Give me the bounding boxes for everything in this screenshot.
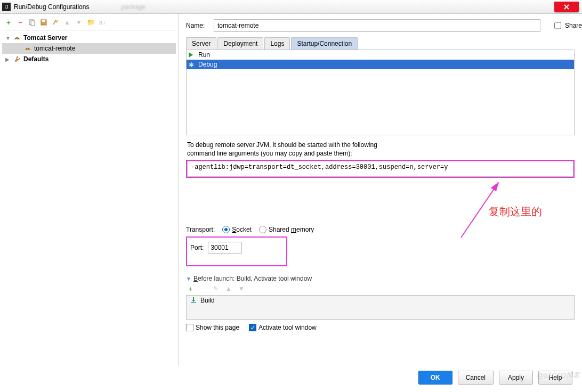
radio-label: Socket: [232, 226, 252, 233]
tab-startup-connection[interactable]: Startup/Connection: [291, 37, 358, 50]
port-label: Port:: [190, 244, 204, 251]
move-down-icon[interactable]: ▼: [75, 18, 83, 27]
name-label: Name:: [186, 22, 208, 29]
tab-bar: Server Deployment Logs Startup/Connectio…: [186, 37, 575, 50]
tab-deployment[interactable]: Deployment: [217, 37, 263, 50]
share-label: Share: [565, 22, 582, 29]
jvm-args-text[interactable]: -agentlib:jdwp=transport=dt_socket,addre…: [187, 161, 573, 177]
before-launch-toolbar: ＋ － ✎ ▲ ▼: [186, 282, 575, 295]
port-input[interactable]: [208, 242, 242, 254]
hint-line1: To debug remote server JVM, it should be…: [187, 141, 573, 149]
config-tree[interactable]: ▼ Tomcat Server tomcat-remote ▶ Defaults: [2, 30, 176, 64]
svg-point-6: [26, 48, 27, 50]
tomcat-icon: [13, 34, 21, 42]
collapse-icon[interactable]: ▼: [186, 276, 191, 282]
footer-options: Show this page ✓ Activate tool window: [186, 324, 575, 331]
name-input[interactable]: [214, 19, 540, 32]
checkbox-show-this-page[interactable]: Show this page: [186, 324, 239, 331]
before-launch-list[interactable]: Build: [186, 295, 575, 320]
list-item-debug[interactable]: ✱ Debug: [187, 60, 574, 69]
run-icon: [189, 52, 195, 58]
cancel-button[interactable]: Cancel: [458, 371, 494, 385]
checkbox-label: Activate tool window: [258, 324, 317, 331]
svg-point-5: [18, 38, 19, 39]
window-title: Run/Debug Configurations: [14, 3, 89, 11]
remove-task-icon[interactable]: －: [199, 284, 207, 293]
list-item-run[interactable]: Run: [187, 50, 574, 60]
move-down-icon[interactable]: ▼: [237, 284, 246, 293]
tree-node-defaults[interactable]: ▶ Defaults: [2, 54, 176, 64]
debug-icon: ✱: [189, 61, 195, 68]
svg-rect-10: [191, 302, 196, 303]
checkbox-box-icon: ✓: [249, 324, 256, 331]
hint-line2: command line arguments (you may copy and…: [187, 149, 573, 158]
watermark: @51CTO博客: [537, 371, 580, 380]
config-details: Name: Share Server Deployment Logs Start…: [179, 14, 582, 365]
app-icon: IJ: [2, 3, 11, 11]
move-up-icon[interactable]: ▲: [224, 284, 233, 293]
list-label: Run: [198, 51, 210, 59]
tab-server[interactable]: Server: [186, 37, 216, 50]
copy-icon[interactable]: [28, 18, 36, 27]
port-highlight-box: Port:: [186, 236, 287, 266]
expander-icon[interactable]: ▶: [5, 56, 11, 62]
window-titlebar: IJ Run/Debug Configurations package: [0, 0, 582, 14]
remove-icon[interactable]: －: [16, 18, 25, 27]
share-checkbox[interactable]: Share: [552, 20, 575, 31]
build-label: Build: [200, 297, 215, 304]
checkbox-box-icon: [186, 324, 193, 331]
radio-socket[interactable]: Socket: [222, 226, 252, 233]
configurations-sidebar: ＋ － ▲ ▼ 📁 a↓ ▼ Tomcat Server tomcat-remo…: [0, 14, 179, 365]
before-launch-section: ▼ Before launch: Build, Activate tool wi…: [186, 275, 575, 320]
tree-node-tomcat-remote[interactable]: tomcat-remote: [2, 43, 176, 54]
cmd-highlight-box: -agentlib:jdwp=transport=dt_socket,addre…: [186, 160, 575, 178]
edit-task-icon[interactable]: ✎: [212, 284, 220, 293]
tree-node-tomcat-server[interactable]: ▼ Tomcat Server: [2, 32, 176, 43]
save-icon[interactable]: [39, 18, 48, 27]
transport-row: Transport: Socket Shared memory: [186, 226, 575, 233]
radio-dot-icon: [259, 226, 266, 233]
transport-label: Transport:: [186, 226, 215, 233]
checkbox-activate-tool-window[interactable]: ✓ Activate tool window: [249, 324, 317, 331]
name-row: Name: Share: [186, 19, 575, 32]
annotation-text: 复制这里的: [489, 205, 542, 219]
tree-label: tomcat-remote: [34, 45, 75, 52]
apply-button[interactable]: Apply: [499, 371, 533, 385]
run-debug-list[interactable]: Run ✱ Debug: [186, 50, 575, 135]
tree-label: Tomcat Server: [23, 34, 67, 42]
before-launch-header[interactable]: ▼ Before launch: Build, Activate tool wi…: [186, 275, 575, 282]
add-task-icon[interactable]: ＋: [186, 284, 195, 293]
debug-hint: To debug remote server JVM, it should be…: [187, 141, 573, 158]
radio-label: Shared memory: [269, 226, 314, 233]
radio-shared-memory[interactable]: Shared memory: [259, 226, 314, 233]
sort-icon[interactable]: a↓: [98, 18, 107, 27]
add-icon[interactable]: ＋: [4, 18, 13, 27]
list-item-build[interactable]: Build: [187, 296, 574, 305]
checkbox-label: Show this page: [196, 324, 239, 331]
move-up-icon[interactable]: ▲: [63, 18, 71, 27]
close-icon: [563, 3, 570, 11]
tree-label: Defaults: [23, 55, 48, 63]
folder-icon[interactable]: 📁: [86, 18, 95, 27]
expander-icon[interactable]: ▼: [5, 35, 11, 41]
titlebar-bg-text: package: [121, 3, 145, 11]
list-label: Debug: [198, 61, 217, 68]
settings-icon[interactable]: [51, 18, 60, 27]
build-icon: [190, 297, 197, 304]
svg-rect-3: [42, 20, 45, 22]
svg-rect-1: [31, 21, 35, 26]
svg-point-4: [15, 38, 17, 39]
wrench-icon: [13, 55, 21, 63]
tab-logs[interactable]: Logs: [264, 37, 290, 50]
tomcat-icon: [23, 44, 32, 53]
svg-rect-9: [193, 297, 194, 300]
close-button[interactable]: [554, 2, 579, 12]
radio-dot-icon: [222, 226, 230, 233]
svg-point-7: [28, 48, 29, 50]
sidebar-toolbar: ＋ － ▲ ▼ 📁 a↓: [2, 17, 176, 30]
share-box[interactable]: [554, 22, 561, 29]
ok-button[interactable]: OK: [418, 371, 452, 385]
